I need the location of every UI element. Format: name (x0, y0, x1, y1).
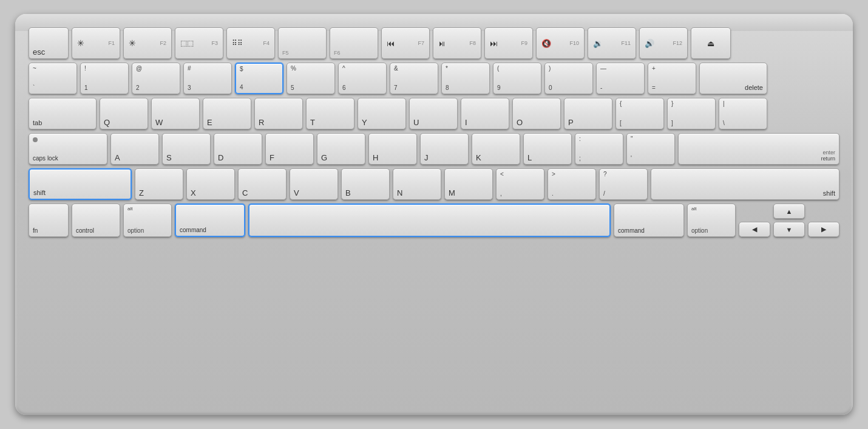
key-5[interactable]: % 5 (287, 63, 335, 94)
key-u[interactable]: U (409, 98, 458, 129)
key-7[interactable]: & 7 (390, 63, 438, 94)
key-k[interactable]: K (472, 133, 520, 165)
asdf-row: caps lock A S D F G H J K L : ; (29, 133, 839, 165)
key-4[interactable]: $ 4 (235, 63, 283, 94)
key-m[interactable]: M (444, 168, 493, 200)
key-f5[interactable]: F5 (278, 27, 327, 59)
key-q[interactable]: Q (100, 98, 148, 129)
key-tab[interactable]: tab (29, 98, 97, 129)
key-0[interactable]: ) 0 (544, 63, 593, 94)
key-command-right[interactable]: command (614, 204, 684, 237)
key-y[interactable]: Y (358, 98, 406, 129)
key-enter[interactable]: enter return (678, 133, 839, 165)
key-bracket-open[interactable]: { [ (615, 98, 664, 129)
key-spacebar[interactable] (248, 204, 611, 237)
key-arrow-up[interactable]: ▲ (773, 204, 805, 219)
key-r[interactable]: R (254, 98, 303, 129)
number-row: ~ ` ! 1 @ 2 # 3 $ 4 % 5 ^ 6 & 7 (29, 63, 839, 94)
key-f[interactable]: F (265, 133, 314, 165)
arrow-top-row: ▲ (739, 204, 839, 219)
key-comma[interactable]: < , (496, 168, 544, 200)
key-o[interactable]: O (512, 98, 561, 129)
key-tilde[interactable]: ~ ` (29, 63, 77, 94)
key-f7[interactable]: ⏮ F7 (381, 27, 430, 59)
key-f11[interactable]: 🔉 F11 (588, 27, 636, 59)
key-arrow-right[interactable]: ▶ (808, 222, 839, 237)
key-9[interactable]: ( 9 (493, 63, 541, 94)
key-option-left[interactable]: alt option (123, 204, 172, 237)
key-f9[interactable]: ⏭ F9 (484, 27, 533, 59)
key-l[interactable]: L (523, 133, 572, 165)
key-esc[interactable]: esc (29, 27, 69, 59)
key-control[interactable]: control (72, 204, 120, 237)
key-slash[interactable]: ? / (599, 168, 648, 200)
key-fn[interactable]: fn (29, 204, 69, 237)
key-f3[interactable]: ⬚⬚ F3 (175, 27, 223, 59)
key-f2[interactable]: ✳ F2 (123, 27, 172, 59)
key-3[interactable]: # 3 (183, 63, 232, 94)
key-f8[interactable]: ⏯ F8 (433, 27, 481, 59)
key-shift-left[interactable]: shift (29, 168, 132, 200)
qwerty-row: tab Q W E R T Y U I O P (29, 98, 839, 129)
arrow-cluster: ▲ ◀ ▼ ▶ (739, 204, 839, 237)
key-p[interactable]: P (564, 98, 612, 129)
key-equals[interactable]: + = (648, 63, 696, 94)
key-h[interactable]: H (368, 133, 417, 165)
key-e[interactable]: E (203, 98, 251, 129)
key-command-left[interactable]: command (175, 204, 245, 237)
key-f10[interactable]: 🔇 F10 (536, 27, 585, 59)
key-f12[interactable]: 🔊 F12 (639, 27, 688, 59)
key-c[interactable]: C (238, 168, 287, 200)
key-eject[interactable]: ⏏ (691, 27, 731, 59)
key-x[interactable]: X (186, 168, 235, 200)
key-6[interactable]: ^ 6 (338, 63, 387, 94)
key-8[interactable]: * 8 (441, 63, 490, 94)
key-option-right[interactable]: alt option (687, 204, 736, 237)
key-1[interactable]: ! 1 (80, 63, 129, 94)
keyboard: esc ✳ F1 ✳ F2 ⬚⬚ F3 ⠿⠿ F4 F5 F6 ⏮ F7 ⏯ (15, 14, 853, 415)
key-v[interactable]: V (290, 168, 338, 200)
key-n[interactable]: N (393, 168, 441, 200)
key-z[interactable]: Z (135, 168, 183, 200)
key-f1[interactable]: ✳ F1 (72, 27, 120, 59)
key-arrow-down[interactable]: ▼ (773, 222, 805, 237)
key-backslash[interactable]: | \ (719, 98, 767, 129)
key-f6[interactable]: F6 (330, 27, 378, 59)
key-2[interactable]: @ 2 (132, 63, 180, 94)
key-semicolon[interactable]: : ; (575, 133, 623, 165)
key-delete[interactable]: delete (699, 63, 767, 94)
function-row: esc ✳ F1 ✳ F2 ⬚⬚ F3 ⠿⠿ F4 F5 F6 ⏮ F7 ⏯ (29, 27, 839, 59)
key-i[interactable]: I (461, 98, 509, 129)
key-shift-right[interactable]: shift (651, 168, 839, 200)
key-capslock[interactable]: caps lock (29, 133, 107, 165)
key-bracket-close[interactable]: } ] (667, 98, 716, 129)
key-s[interactable]: S (162, 133, 211, 165)
key-minus[interactable]: — - (596, 63, 645, 94)
bottom-row: fn control alt option command command al… (29, 204, 839, 237)
key-t[interactable]: T (306, 98, 354, 129)
key-period[interactable]: > . (548, 168, 596, 200)
key-d[interactable]: D (214, 133, 262, 165)
key-a[interactable]: A (110, 133, 159, 165)
key-f4[interactable]: ⠿⠿ F4 (226, 27, 275, 59)
key-arrow-left[interactable]: ◀ (739, 222, 770, 237)
key-quote[interactable]: " ' (626, 133, 675, 165)
key-j[interactable]: J (420, 133, 469, 165)
key-b[interactable]: B (341, 168, 390, 200)
zxcv-row: shift Z X C V B N M < , > . (29, 168, 839, 200)
key-g[interactable]: G (317, 133, 365, 165)
key-w[interactable]: W (151, 98, 200, 129)
arrow-bottom-row: ◀ ▼ ▶ (739, 222, 839, 237)
